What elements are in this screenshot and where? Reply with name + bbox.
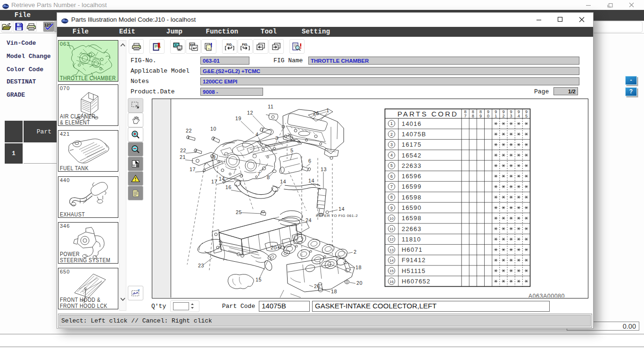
- svg-text:2: 2: [502, 114, 504, 118]
- svg-text:10: 10: [210, 126, 216, 132]
- svg-text:4: 4: [518, 114, 520, 118]
- svg-text:F91412: F91412: [402, 257, 426, 264]
- svg-text:H6071: H6071: [402, 246, 422, 253]
- svg-text:20: 20: [271, 245, 277, 250]
- svg-text:14: 14: [219, 176, 225, 182]
- svg-text:FIG.: FIG.: [242, 42, 248, 46]
- svg-text:20: 20: [356, 280, 363, 286]
- svg-text:7: 7: [390, 184, 393, 189]
- svg-text:25: 25: [236, 209, 242, 215]
- svg-text:13: 13: [389, 248, 394, 252]
- svg-text:5: 5: [525, 114, 528, 118]
- svg-text:26: 26: [314, 283, 320, 289]
- svg-text:16598: 16598: [402, 215, 421, 222]
- svg-text:23: 23: [198, 263, 204, 268]
- svg-text:FIG.: FIG.: [227, 42, 233, 46]
- svg-text:15: 15: [389, 269, 394, 273]
- svg-text:9: 9: [479, 114, 482, 118]
- svg-text:1: 1: [326, 108, 330, 113]
- svg-text:5: 5: [290, 148, 294, 153]
- svg-text:1: 1: [495, 114, 497, 118]
- svg-text:5: 5: [390, 163, 393, 168]
- svg-text:9: 9: [213, 154, 216, 160]
- svg-text:13: 13: [321, 166, 327, 172]
- svg-text:16: 16: [389, 280, 394, 284]
- svg-text:9: 9: [390, 206, 393, 210]
- svg-text:22663: 22663: [402, 225, 421, 232]
- svg-text:16598: 16598: [402, 194, 421, 201]
- svg-text:H51115: H51115: [402, 267, 426, 274]
- svg-text:14016: 14016: [402, 120, 421, 127]
- svg-text:1: 1: [390, 121, 393, 126]
- svg-text:12: 12: [389, 237, 394, 241]
- svg-text:2: 2: [354, 249, 357, 255]
- svg-text:11810: 11810: [402, 236, 421, 243]
- svg-text:21: 21: [180, 154, 186, 160]
- svg-text:14: 14: [280, 179, 286, 184]
- svg-text:19: 19: [235, 116, 241, 121]
- svg-text:18: 18: [355, 265, 362, 270]
- svg-text:A063A00080: A063A00080: [528, 293, 565, 298]
- svg-text:8: 8: [390, 195, 393, 199]
- svg-text:14: 14: [389, 258, 394, 263]
- svg-text:4: 4: [256, 132, 259, 137]
- svg-text:16542: 16542: [402, 152, 421, 159]
- svg-text:2: 2: [390, 132, 393, 137]
- svg-text:22633: 22633: [402, 162, 421, 169]
- svg-text:H607652: H607652: [402, 278, 430, 285]
- svg-text:16590: 16590: [402, 204, 421, 211]
- svg-text:6: 6: [390, 174, 393, 179]
- svg-text:17: 17: [190, 166, 196, 172]
- svg-text:11: 11: [389, 227, 394, 231]
- svg-text:11: 11: [268, 104, 273, 109]
- svg-text:14: 14: [308, 178, 314, 183]
- svg-text:18: 18: [331, 289, 337, 294]
- svg-text:22: 22: [186, 128, 192, 133]
- svg-text:22: 22: [180, 148, 186, 153]
- svg-text:16175: 16175: [402, 141, 421, 148]
- svg-text:PARTS CORD: PARTS CORD: [397, 110, 458, 118]
- svg-text:0: 0: [487, 114, 489, 118]
- svg-text:16596: 16596: [402, 173, 421, 180]
- svg-text:16: 16: [225, 184, 231, 190]
- svg-text:14075B: 14075B: [402, 131, 426, 138]
- svg-text:4: 4: [390, 153, 393, 157]
- svg-text:3: 3: [390, 142, 393, 147]
- svg-text:14: 14: [339, 206, 345, 212]
- svg-text:10: 10: [389, 216, 394, 221]
- svg-text:12: 12: [247, 110, 253, 116]
- svg-text:7: 7: [257, 171, 261, 177]
- svg-text:15: 15: [256, 277, 262, 282]
- svg-text:16599: 16599: [402, 183, 421, 190]
- svg-text:26: 26: [313, 110, 319, 116]
- svg-text:3: 3: [510, 114, 512, 118]
- svg-text:REFER TO FIG 061-2: REFER TO FIG 061-2: [316, 214, 358, 218]
- svg-text:7: 7: [464, 114, 467, 118]
- svg-text:6: 6: [308, 158, 312, 164]
- svg-text:8: 8: [267, 174, 270, 180]
- svg-text:8: 8: [472, 114, 474, 118]
